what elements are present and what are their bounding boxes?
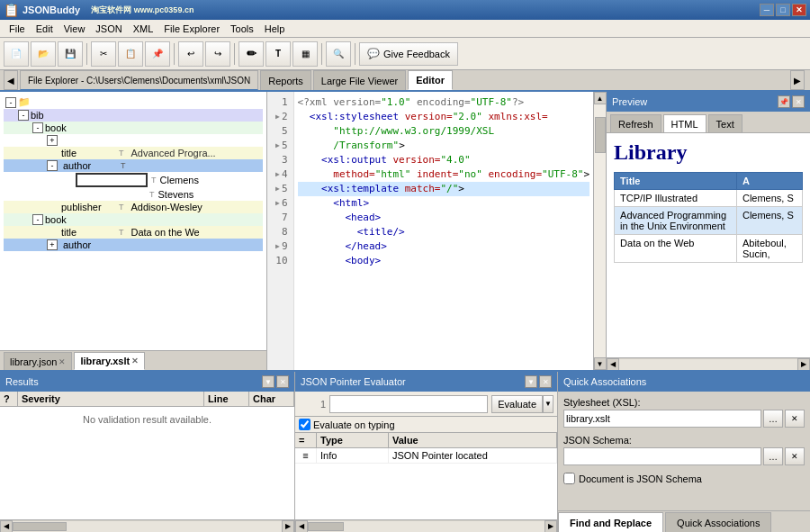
jp-evaluate-dropdown[interactable]: ▼ <box>543 395 554 413</box>
tab-library-json[interactable]: library.json ✕ <box>4 352 72 370</box>
scroll-thumb[interactable] <box>595 117 606 153</box>
book2-label: book <box>45 214 67 225</box>
tree-item-author1[interactable]: - author T <box>4 159 263 172</box>
tree-item-publisher[interactable]: publisher T Addison-Wesley <box>4 201 263 213</box>
tab-html[interactable]: HTML <box>663 114 706 132</box>
results-controls[interactable]: ▼ ✕ <box>262 375 289 388</box>
menu-view[interactable]: View <box>58 22 91 36</box>
title-bar-controls[interactable]: ─ □ ✕ <box>760 4 806 16</box>
jp-evaluate-button[interactable]: Evaluate <box>491 395 543 413</box>
tree-item-book2[interactable]: - book <box>4 213 263 226</box>
jp-close[interactable]: ✕ <box>539 375 552 388</box>
toolbar-open[interactable]: 📂 <box>31 41 56 67</box>
library-json-close[interactable]: ✕ <box>58 357 66 366</box>
tree-expand-plus[interactable]: + <box>4 134 263 147</box>
menu-xml[interactable]: XML <box>128 22 159 36</box>
qa-schema-input[interactable] <box>563 447 761 465</box>
btm-tab-quick-assoc[interactable]: Quick Associations <box>665 512 771 532</box>
toolbar-paste[interactable]: 📌 <box>145 41 170 67</box>
results-pin[interactable]: ▼ <box>262 375 274 388</box>
tab-large-file-viewer[interactable]: Large File Viewer <box>313 70 406 90</box>
preview-scroll-left[interactable]: ◀ <box>607 358 619 371</box>
scroll-up[interactable]: ▲ <box>594 92 607 104</box>
title1-label: title <box>61 148 115 158</box>
maximize-button[interactable]: □ <box>776 4 790 16</box>
tree-item-clemens[interactable]: T Clemens <box>4 172 263 188</box>
results-scroll-right[interactable]: ▶ <box>282 520 294 533</box>
jp-evaluate-on-typing[interactable] <box>299 419 310 430</box>
toolbar-undo[interactable]: ↩ <box>178 41 203 67</box>
code-content[interactable]: <?xml version="1.0" encoding="UTF-8"?> <… <box>294 92 594 370</box>
tab-editor[interactable]: Editor <box>408 70 453 90</box>
qa-stylesheet-input[interactable] <box>563 410 761 428</box>
feedback-button[interactable]: 💬 Give Feedback <box>359 42 458 66</box>
tree-item-author2[interactable]: + author <box>4 239 263 251</box>
jp-pin[interactable]: ▼ <box>525 375 537 388</box>
tab-library-xslt[interactable]: library.xslt ✕ <box>74 352 145 370</box>
toolbar-copy[interactable]: 📋 <box>118 41 143 67</box>
preview-close[interactable]: ✕ <box>792 95 805 108</box>
tree-toggle-author1[interactable]: - <box>47 160 58 171</box>
editor-content[interactable]: 1 ▶2 5 ▶5 3 ▶4 ▶5 ▶6 7 8 ▶9 10 <?xml ver… <box>267 92 607 370</box>
minimize-button[interactable]: ─ <box>760 4 774 16</box>
tree-toggle-plus[interactable]: + <box>47 135 58 146</box>
toolbar-text[interactable]: T <box>266 41 291 67</box>
scroll-down[interactable]: ▼ <box>594 357 607 370</box>
library-xslt-close[interactable]: ✕ <box>131 356 139 365</box>
jp-scroll-left[interactable]: ◀ <box>295 520 308 533</box>
qa-schema-browse[interactable]: … <box>763 447 783 465</box>
results-hscrollbar[interactable]: ◀ ▶ <box>0 519 294 532</box>
menu-help[interactable]: Help <box>259 22 291 36</box>
menu-file[interactable]: File <box>4 22 31 36</box>
toolbar-new[interactable]: 📄 <box>4 41 29 67</box>
tree-toggle-author2[interactable]: + <box>47 239 58 250</box>
toolbar-save[interactable]: 💾 <box>58 41 83 67</box>
tab-nav-right[interactable]: ▶ <box>790 70 805 90</box>
toolbar-edit[interactable]: ✏ <box>238 41 264 67</box>
tree-toggle-root[interactable]: - <box>5 97 16 108</box>
tree-item-title1[interactable]: title T Advanced Progra... <box>4 147 263 159</box>
qa-stylesheet-browse[interactable]: … <box>763 410 783 428</box>
toolbar-search[interactable]: 🔍 <box>326 41 351 67</box>
jp-evaluate-on-typing-label[interactable]: Evaluate on typing <box>299 419 395 430</box>
preview-controls[interactable]: 📌 ✕ <box>778 95 805 108</box>
qa-json-schema-row[interactable]: Document is JSON Schema <box>563 473 805 484</box>
tab-text[interactable]: Text <box>708 114 742 132</box>
preview-scroll-right[interactable]: ▶ <box>797 358 810 371</box>
menu-file-explorer[interactable]: File Explorer <box>158 22 225 36</box>
editor-scrollbar[interactable]: ▲ ▼ <box>593 92 606 370</box>
tree-item-bib[interactable]: - bib <box>4 109 263 122</box>
tree-root[interactable]: - 📁 <box>4 95 263 109</box>
tree-item-book1[interactable]: - book <box>4 122 263 134</box>
tree-toggle-bib[interactable]: - <box>18 110 29 121</box>
preview-hscrollbar[interactable]: ◀ ▶ <box>607 357 810 370</box>
jp-col-value: Value <box>389 433 557 447</box>
qa-json-schema-checkbox[interactable] <box>563 473 575 484</box>
menu-json[interactable]: JSON <box>90 22 127 36</box>
results-close[interactable]: ✕ <box>276 375 289 388</box>
jp-input[interactable] <box>329 395 488 413</box>
tree-toggle-book1[interactable]: - <box>32 122 43 133</box>
tree-toggle-book2[interactable]: - <box>32 214 43 225</box>
qa-schema-clear[interactable]: ✕ <box>785 447 805 465</box>
tree-item-title2[interactable]: title T Data on the We <box>4 226 263 239</box>
tree-item-stevens[interactable]: T Stevens <box>4 188 263 201</box>
file-tree[interactable]: - 📁 - bib - book + <box>0 92 266 350</box>
toolbar-grid[interactable]: ▦ <box>292 41 318 67</box>
qa-stylesheet-clear[interactable]: ✕ <box>785 410 805 428</box>
btm-tab-find-replace[interactable]: Find and Replace <box>558 512 663 532</box>
clemens-edit-box[interactable] <box>76 173 148 187</box>
jp-controls[interactable]: ▼ ✕ <box>525 375 552 388</box>
close-button[interactable]: ✕ <box>792 4 806 16</box>
jp-scroll-right[interactable]: ▶ <box>544 520 557 533</box>
preview-pin[interactable]: 📌 <box>778 95 790 108</box>
toolbar-redo[interactable]: ↪ <box>205 41 230 67</box>
jp-hscrollbar[interactable]: ◀ ▶ <box>295 519 557 532</box>
toolbar-cut[interactable]: ✂ <box>91 41 116 67</box>
tab-nav-left[interactable]: ◀ <box>4 70 18 90</box>
tab-reports[interactable]: Reports <box>260 70 311 90</box>
results-scroll-left[interactable]: ◀ <box>0 520 13 533</box>
tab-refresh[interactable]: Refresh <box>610 114 662 132</box>
menu-tools[interactable]: Tools <box>225 22 259 36</box>
menu-edit[interactable]: Edit <box>31 22 58 36</box>
